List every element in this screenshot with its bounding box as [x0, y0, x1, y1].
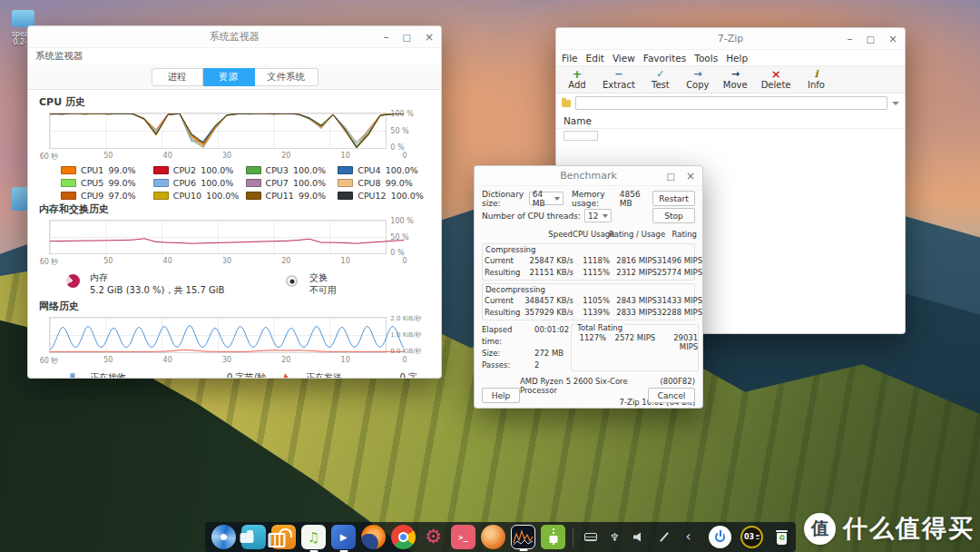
delete-icon [771, 68, 781, 80]
compressing-group: Compressing Current 25847 KB/s 1118% 281… [482, 243, 695, 281]
elapsed-value: 00:01:02 [534, 324, 569, 348]
menu-favorites[interactable]: Favorites [643, 53, 686, 64]
maximize-icon[interactable] [402, 32, 410, 43]
sevenzip-titlebar[interactable]: 7-Zip [556, 28, 905, 50]
cpu-threads-select[interactable]: 12 [584, 209, 612, 222]
dictionary-size-select[interactable]: 64 MB [529, 192, 564, 205]
stylus-tray-icon[interactable] [654, 525, 673, 549]
dock-movie-icon[interactable] [331, 525, 356, 549]
dock-system-monitor-icon[interactable] [511, 525, 535, 549]
dock-terminal-icon[interactable] [451, 525, 475, 549]
move-button[interactable]: Move [723, 68, 748, 90]
cpu-legend-item: CPU997.0% [61, 190, 153, 201]
dock-chrome-icon[interactable] [391, 525, 416, 549]
menu-tools[interactable]: Tools [694, 53, 718, 64]
extract-button[interactable]: Extract [603, 68, 635, 90]
info-button[interactable]: Info [805, 68, 828, 90]
memory-pie-icon [66, 274, 80, 288]
benchmark-stats: Elapsed time:00:01:02 Size:272 MB Passes… [482, 324, 569, 371]
receiving-label: 正在接收 [90, 370, 177, 379]
keyboard-tray-icon[interactable] [581, 525, 600, 549]
sending-rate: 0 字节/秒 [393, 370, 430, 379]
system-monitor-window: 系统监视器 系统监视器 进程 资源 文件系统 CPU 历史 100 %50 %0… [27, 25, 442, 379]
cpu-legend-item: CPU199.0% [61, 164, 153, 175]
table-row: Current 25847 KB/s 1118% 2816 MIPS 31496… [483, 255, 694, 267]
power-button[interactable] [709, 526, 731, 548]
tab-bar: 进程 资源 文件系统 [28, 64, 441, 90]
extract-icon [614, 68, 622, 80]
dock-p7zip-icon[interactable] [541, 525, 565, 549]
window-title: 系统监视器 [210, 30, 260, 44]
menu-help[interactable]: Help [726, 53, 748, 64]
menu-view[interactable]: View [612, 53, 635, 64]
clock-widget[interactable]: 03 [740, 526, 763, 548]
test-button[interactable]: Test [649, 68, 672, 90]
close-icon[interactable] [888, 34, 897, 44]
test-icon [656, 68, 664, 80]
cancel-button[interactable]: Cancel [648, 388, 695, 403]
address-dropdown-icon[interactable] [892, 102, 899, 105]
column-header-name[interactable]: Name [556, 113, 905, 129]
cpu-name: AMD Ryzen 5 2600 Six-Core Processor [520, 377, 660, 395]
sevenzip-menubar: File Edit View Favorites Tools Help [556, 50, 905, 65]
size-value: 272 MB [534, 348, 564, 360]
address-input[interactable] [575, 96, 887, 110]
cpu-legend-item: CPU1199.0% [246, 190, 338, 201]
menu-edit[interactable]: Edit [586, 53, 604, 64]
minimize-icon[interactable] [847, 34, 852, 44]
cpu-legend-item: CPU599.0% [61, 177, 153, 188]
dictionary-size-label: Dictionary size: [482, 190, 525, 208]
usb-tray-icon[interactable] [605, 525, 624, 549]
benchmark-table-header: Speed CPU Usage Rating / Usage Rating [482, 229, 695, 241]
cpu7-swatch [246, 179, 261, 187]
dock-control-center-icon[interactable] [421, 525, 446, 549]
close-icon[interactable] [686, 171, 695, 182]
volume-tray-icon[interactable] [630, 525, 649, 549]
minimize-icon[interactable] [383, 32, 388, 43]
cpu-threads-label: Number of CPU threads: [482, 212, 581, 221]
cpu-legend-item: CPU3100.0% [246, 164, 338, 175]
sending-label: 正在发送 [306, 370, 393, 379]
clock-minute-lines [756, 535, 760, 539]
memory-history-chart [49, 220, 387, 254]
cpu-legend-item: CPU10100.0% [153, 190, 246, 201]
dock-firefox-icon[interactable] [361, 525, 386, 549]
maximize-icon[interactable] [666, 171, 674, 182]
benchmark-titlebar[interactable]: Benchmark [475, 166, 702, 186]
copy-icon [693, 68, 701, 80]
memory-usage-label: Memory usage: [572, 190, 615, 208]
add-button[interactable]: Add [565, 68, 589, 90]
close-icon[interactable] [425, 32, 434, 43]
cpu4-swatch [338, 166, 353, 174]
tab-filesystems[interactable]: 文件系统 [255, 68, 318, 86]
swap-pie-icon [286, 275, 298, 287]
rename-edit-box[interactable] [564, 131, 598, 141]
menu-file[interactable]: File [562, 53, 578, 64]
smzdm-logo: 值 [804, 513, 836, 545]
help-button[interactable]: Help [482, 388, 520, 403]
dock-app-store-icon[interactable] [271, 525, 296, 549]
dock-music-icon[interactable] [301, 525, 326, 549]
tab-resources[interactable]: 资源 [203, 68, 255, 86]
delete-button[interactable]: Delete [761, 68, 791, 90]
cpu-legend-item: CPU4100.0% [338, 164, 430, 175]
system-monitor-titlebar[interactable]: 系统监视器 [28, 26, 441, 48]
total-usage: 1127% [572, 333, 606, 351]
cpu-legend-item: CPU12100.0% [338, 190, 430, 201]
dock-launcher-icon[interactable] [211, 525, 236, 549]
swap-label: 交换 [309, 271, 430, 284]
cpu2-swatch [153, 166, 169, 174]
chrome-center [398, 532, 408, 542]
trash-icon[interactable] [774, 528, 789, 547]
info-icon [814, 68, 818, 80]
cpu-legend-item: CPU899.0% [338, 177, 430, 188]
tab-processes[interactable]: 进程 [152, 68, 203, 86]
chevron-left-icon[interactable] [679, 525, 698, 549]
maximize-icon[interactable] [866, 34, 874, 44]
dock-browser-icon[interactable] [481, 525, 505, 549]
menu-system-monitor[interactable]: 系统监视器 [28, 48, 441, 64]
copy-button[interactable]: Copy [686, 68, 710, 90]
benchmark-window: Benchmark Restart Stop Dictionary size: … [474, 165, 703, 409]
window-title: 7-Zip [718, 33, 744, 44]
dock-file-manager-icon[interactable] [241, 525, 266, 549]
